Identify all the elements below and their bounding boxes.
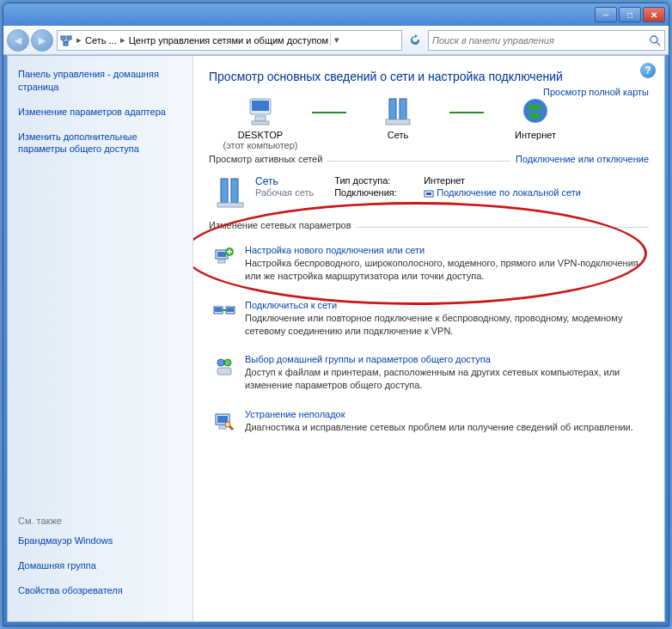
connect-disconnect-link[interactable]: Подключение или отключение (510, 154, 649, 164)
back-button[interactable]: ◄ (7, 29, 29, 52)
connector-icon (449, 94, 484, 116)
chevron-icon: ▸ (119, 34, 127, 46)
main-panel: ? Просмотр основных сведений о сети и на… (193, 56, 664, 621)
breadcrumb-current[interactable]: Центр управления сетями и общим доступом (129, 35, 328, 46)
search-box[interactable] (428, 30, 665, 51)
forward-button[interactable]: ► (31, 29, 53, 52)
active-network-name[interactable]: Сеть (255, 175, 314, 187)
netmap-desktop-sub: (этот компьютер) (223, 140, 297, 150)
search-icon (649, 34, 661, 46)
connect-network-title[interactable]: Подключиться к сети (245, 300, 645, 310)
sidebar-home-link[interactable]: Панель управления - домашняя страница (18, 68, 182, 94)
netmap-internet-label: Интернет (515, 130, 556, 140)
navbar: ◄ ► ▸ Сеть ... ▸ Центр управления сетями… (3, 26, 669, 55)
settings-list: Настройка нового подключения или сети На… (209, 240, 649, 439)
connection-link[interactable]: Подключение по локальной сети (437, 187, 581, 198)
sidebar: Панель управления - домашняя страница Из… (8, 56, 193, 621)
sidebar-sharing-link[interactable]: Изменить дополнительные параметры общего… (18, 131, 182, 156)
computer-icon (243, 94, 278, 128)
setup-new-connection-desc: Настройка беспроводного, широкополосного… (245, 257, 645, 283)
setup-new-connection-title[interactable]: Настройка нового подключения или сети (245, 245, 645, 255)
svg-rect-16 (221, 179, 228, 203)
page-title: Просмотр основных сведений о сети и наст… (209, 70, 649, 83)
connections-label: Подключения: (334, 187, 417, 198)
homegroup-sharing-title[interactable]: Выбор домашней группы и параметров общег… (245, 354, 645, 364)
connect-network-desc: Подключение или повторное подключение к … (245, 312, 645, 338)
svg-rect-34 (217, 416, 228, 423)
svg-rect-26 (215, 308, 222, 312)
active-network-details: Тип доступа: Интернет Подключения: Подкл… (334, 175, 649, 210)
sidebar-see-also: См. также (18, 516, 182, 526)
troubleshoot-icon (212, 409, 236, 433)
svg-point-3 (651, 36, 657, 43)
svg-point-36 (225, 422, 230, 427)
svg-rect-20 (426, 192, 431, 195)
network-switch-icon (381, 94, 415, 128)
netmap-network-label: Сеть (388, 130, 408, 140)
svg-rect-28 (227, 308, 234, 312)
minimize-button[interactable]: ─ (595, 7, 617, 22)
svg-rect-10 (389, 99, 396, 119)
svg-rect-0 (61, 36, 65, 40)
homegroup-sharing-desc: Доступ к файлам и принтерам, расположенн… (245, 366, 645, 392)
troubleshoot-desc: Диагностика и исправление сетевых пробле… (245, 421, 645, 434)
netmap-internet: Интернет (484, 94, 587, 140)
sidebar-homegroup-link[interactable]: Домашняя группа (18, 559, 182, 572)
help-icon[interactable]: ? (640, 63, 656, 78)
window: ─ □ ✕ ◄ ► ▸ Сеть ... ▸ Центр управления … (3, 3, 669, 626)
refresh-button[interactable] (406, 31, 425, 50)
access-type-label: Тип доступа: (334, 175, 417, 186)
change-settings-section: Изменение сетевых параметров (209, 227, 649, 228)
svg-rect-17 (231, 179, 238, 203)
sidebar-browser-props-link[interactable]: Свойства обозревателя (18, 584, 182, 597)
connect-network-item[interactable]: Подключиться к сети Подключение или повт… (209, 295, 649, 343)
network-icon (59, 34, 73, 47)
active-networks-label: Просмотр активных сетей (209, 154, 327, 164)
svg-rect-23 (218, 260, 225, 263)
svg-rect-8 (252, 121, 269, 125)
search-input[interactable] (432, 35, 649, 46)
svg-rect-1 (67, 36, 71, 40)
nav-arrows: ◄ ► (7, 29, 53, 52)
new-connection-icon (212, 245, 236, 269)
netmap-desktop: DESKTOP (этот компьютер) (209, 94, 312, 150)
active-network-block: Сеть Рабочая сеть Тип доступа: Интернет … (209, 170, 649, 217)
svg-point-30 (217, 359, 224, 366)
breadcrumb-network[interactable]: Сеть ... (85, 35, 117, 46)
connect-network-icon (212, 300, 236, 324)
netmap-desktop-label: DESKTOP (238, 130, 283, 140)
change-settings-label: Изменение сетевых параметров (209, 220, 357, 230)
setup-new-connection-item[interactable]: Настройка нового подключения или сети На… (209, 240, 649, 288)
globe-icon (518, 94, 553, 128)
active-network-left: Сеть Рабочая сеть (214, 175, 314, 210)
chevron-icon: ▸ (75, 34, 83, 46)
troubleshoot-title[interactable]: Устранение неполадок (245, 409, 645, 419)
svg-rect-7 (255, 116, 266, 121)
active-network-type[interactable]: Рабочая сеть (255, 187, 314, 198)
homegroup-icon (212, 354, 236, 378)
content: Панель управления - домашняя страница Из… (7, 55, 665, 622)
svg-rect-32 (217, 368, 231, 375)
svg-rect-11 (400, 99, 406, 119)
sidebar-firewall-link[interactable]: Брандмауэр Windows (18, 534, 182, 547)
breadcrumb-dropdown[interactable]: ▾ (330, 34, 342, 46)
server-icon (214, 175, 248, 210)
svg-line-4 (657, 42, 660, 46)
svg-point-31 (224, 359, 231, 366)
svg-rect-35 (219, 425, 226, 429)
svg-rect-22 (217, 252, 226, 257)
maximize-button[interactable]: □ (619, 7, 641, 22)
titlebar: ─ □ ✕ (3, 3, 669, 26)
close-button[interactable]: ✕ (643, 7, 665, 22)
network-map: DESKTOP (этот компьютер) Сеть Интернет (209, 94, 649, 150)
svg-rect-12 (386, 119, 410, 125)
active-networks-section: Просмотр активных сетей Подключение или … (209, 161, 649, 162)
netmap-network: Сеть (346, 94, 449, 140)
connector-icon (312, 94, 346, 116)
svg-rect-18 (217, 203, 243, 207)
homegroup-sharing-item[interactable]: Выбор домашней группы и параметров общег… (209, 349, 649, 397)
breadcrumb[interactable]: ▸ Сеть ... ▸ Центр управления сетями и о… (57, 30, 402, 51)
troubleshoot-item[interactable]: Устранение неполадок Диагностика и испра… (209, 404, 649, 439)
ethernet-icon (424, 188, 434, 198)
sidebar-adapter-link[interactable]: Изменение параметров адаптера (18, 106, 182, 119)
